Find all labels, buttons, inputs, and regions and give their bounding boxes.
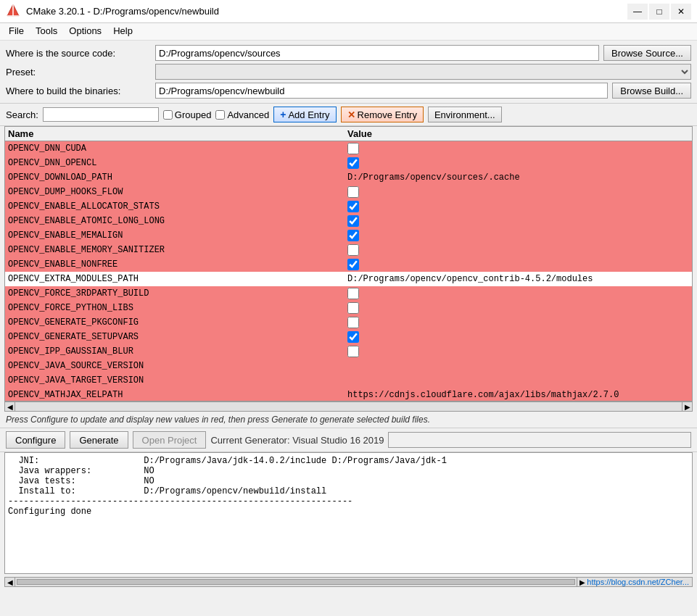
build-label: Where to build the binaries: [6,86,151,96]
menu-help[interactable]: Help [107,25,139,38]
table-row[interactable]: OPENCV_DNN_OPENCL [5,156,692,170]
generate-button[interactable]: Generate [70,431,128,449]
x-icon: ✕ [347,109,355,120]
cmake-table: Name Value OPENCV_DNN_CUDAOPENCV_DNN_OPE… [4,126,693,401]
source-row: Where is the source code: Browse Source.… [6,45,691,61]
cell-checkbox[interactable] [347,346,359,357]
table-row[interactable]: OPENCV_ENABLE_MEMALIGN [5,228,692,243]
preset-label: Preset: [6,67,151,78]
table-row[interactable]: OPENCV_ENABLE_MEMORY_SANITIZER [5,243,692,257]
cell-checkbox[interactable] [347,186,359,198]
close-button[interactable]: ✕ [671,4,691,20]
cell-value [347,302,689,314]
search-input[interactable] [43,107,159,122]
cell-checkbox[interactable] [347,302,359,314]
bottom-link[interactable]: https://blog.csdn.net/ZCher... [587,578,692,586]
minimize-button[interactable]: — [627,4,648,20]
cell-value [347,317,689,328]
value-column-header: Value [347,128,689,139]
grouped-checkbox[interactable] [163,110,173,120]
table-row[interactable]: OPENCV_ENABLE_ATOMIC_LONG_LONG [5,214,692,228]
build-input[interactable] [155,83,608,99]
toolbar: Where is the source code: Browse Source.… [0,41,697,104]
window-controls: — □ ✕ [627,4,691,20]
cmake-icon [6,3,20,20]
output-area: JNI: D:/Programs/Java/jdk-14.0.2/include… [4,452,693,574]
advanced-label[interactable]: Advanced [215,109,269,120]
cell-value [347,186,689,198]
add-entry-label: Add Entry [288,109,329,120]
horizontal-scrollbar[interactable]: ◀ ▶ [4,401,693,412]
menu-file[interactable]: File [3,25,30,38]
cell-value [347,288,689,299]
cell-name: OPENCV_ENABLE_ALLOCATOR_STATS [8,201,347,212]
cell-checkbox[interactable] [347,244,359,256]
table-row[interactable]: OPENCV_IPP_GAUSSIAN_BLUR [5,344,692,359]
scroll-left-button[interactable]: ◀ [5,401,15,412]
browse-source-button[interactable]: Browse Source... [603,45,691,61]
advanced-checkbox[interactable] [215,110,225,120]
table-row[interactable]: OPENCV_MATHJAX_RELPATHhttps://cdnjs.clou… [5,388,692,401]
table-row[interactable]: OPENCV_FORCE_3RDPARTY_BUILD [5,286,692,301]
environment-button[interactable]: Environment... [428,107,502,122]
cell-name: OPENCV_EXTRA_MODULES_PATH [8,274,347,284]
output-line: Java tests: NO [8,476,689,486]
remove-entry-button[interactable]: ✕ Remove Entry [341,107,424,122]
table-row[interactable]: OPENCV_ENABLE_NONFREE [5,257,692,272]
cell-checkbox[interactable] [347,215,359,227]
cell-checkbox[interactable] [347,288,359,299]
table-row[interactable]: OPENCV_DNN_CUDA [5,141,692,156]
table-row[interactable]: OPENCV_FORCE_PYTHON_LIBS [5,301,692,315]
table-row[interactable]: OPENCV_DOWNLOAD_PATHD:/Programs/opencv/s… [5,170,692,185]
preset-row: Preset: [6,64,691,80]
generator-input[interactable] [388,432,691,448]
cell-checkbox[interactable] [347,201,359,212]
cell-value [347,331,689,343]
cell-checkbox[interactable] [347,230,359,241]
menu-options[interactable]: Options [63,25,107,38]
browse-build-button[interactable]: Browse Build... [612,83,691,99]
output-scroll-left[interactable]: ◀ [5,577,15,587]
source-input[interactable] [155,45,599,61]
table-row[interactable]: OPENCV_JAVA_SOURCE_VERSION [5,359,692,373]
configure-button[interactable]: Configure [6,431,65,449]
cell-name: OPENCV_DOWNLOAD_PATH [8,172,347,183]
cell-name: OPENCV_JAVA_TARGET_VERSION [8,375,347,386]
cell-value: D:/Programs/opencv/opencv_contrib-4.5.2/… [347,274,689,284]
cell-checkbox[interactable] [347,157,359,169]
status-text: Press Configure to update and display ne… [6,415,430,425]
cell-value [347,215,689,227]
open-project-button[interactable]: Open Project [133,431,207,449]
preset-select[interactable] [155,64,691,80]
cell-name: OPENCV_DNN_CUDA [8,143,347,154]
cell-checkbox[interactable] [347,331,359,343]
grouped-label[interactable]: Grouped [163,109,212,120]
table-row[interactable]: OPENCV_ENABLE_ALLOCATOR_STATS [5,199,692,214]
menu-tools[interactable]: Tools [30,25,63,38]
cell-checkbox[interactable] [347,259,359,270]
table-row[interactable]: OPENCV_GENERATE_PKGCONFIG [5,315,692,330]
scroll-right-button[interactable]: ▶ [682,401,692,412]
name-column-header: Name [8,128,347,139]
output-scroll-right[interactable]: ▶ [577,577,587,587]
generator-text: Current Generator: Visual Studio 16 2019 [210,435,384,446]
output-horizontal-scrollbar[interactable]: ◀ ▶ https://blog.csdn.net/ZCher... [4,577,693,587]
table-row[interactable]: OPENCV_GENERATE_SETUPVARS [5,330,692,344]
search-row: Search: Grouped Advanced + Add Entry ✕ R… [0,104,697,126]
table-row[interactable]: OPENCV_EXTRA_MODULES_PATHD:/Programs/ope… [5,272,692,286]
cell-checkbox[interactable] [347,317,359,328]
table-row[interactable]: OPENCV_JAVA_TARGET_VERSION [5,373,692,388]
cell-value [347,201,689,212]
source-label: Where is the source code: [6,48,151,59]
table-row[interactable]: OPENCV_DUMP_HOOKS_FLOW [5,185,692,199]
output-line: Install to: D:/Programs/opencv/newbuild/… [8,486,689,496]
window-title: CMake 3.20.1 - D:/Programs/opencv/newbui… [26,6,622,17]
output-line: ----------------------------------------… [8,496,689,507]
maximize-button[interactable]: □ [649,4,669,20]
add-entry-button[interactable]: + Add Entry [273,107,336,122]
remove-entry-label: Remove Entry [358,109,417,120]
action-bar: Configure Generate Open Project Current … [0,428,697,452]
status-bar: Press Configure to update and display ne… [0,412,697,428]
cell-checkbox[interactable] [347,143,359,154]
cell-name: OPENCV_GENERATE_PKGCONFIG [8,317,347,328]
